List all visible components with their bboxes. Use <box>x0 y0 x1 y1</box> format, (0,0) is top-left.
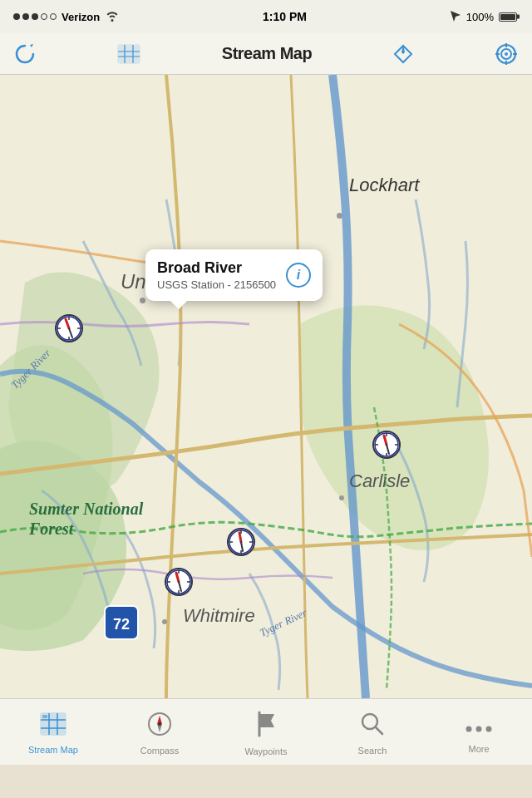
search-tab-icon <box>360 712 385 742</box>
status-left: Verizon <box>13 10 120 24</box>
status-right: 100% <box>450 10 519 24</box>
map-tab-icon <box>40 712 66 741</box>
highway-72-shield: 72 <box>104 605 139 640</box>
whitmire-dot <box>162 619 167 624</box>
target-button[interactable] <box>494 42 519 66</box>
tab-search-label: Search <box>358 746 387 756</box>
carlisle-dot <box>339 495 344 500</box>
tab-waypoints-label: Waypoints <box>245 746 288 756</box>
lockhart-dot <box>337 213 342 219</box>
location-arrow-icon <box>450 10 461 24</box>
layers-button[interactable] <box>116 43 141 65</box>
svg-point-51 <box>476 726 482 732</box>
tab-search[interactable]: Search <box>319 699 426 765</box>
status-bar: Verizon 1:10 PM 100% <box>0 0 532 33</box>
signal-dots <box>13 13 57 20</box>
svg-point-46 <box>158 722 161 726</box>
tab-compass-label: Compass <box>140 746 179 756</box>
carrier-name: Verizon <box>62 11 100 23</box>
nav-bar: Stream Map <box>0 33 532 75</box>
tab-bar: Stream Map Compass Waypoints <box>0 698 532 765</box>
battery-icon <box>499 12 517 22</box>
svg-text:72: 72 <box>113 616 130 633</box>
svg-point-3 <box>505 52 508 56</box>
svg-rect-0 <box>118 45 140 63</box>
svg-point-52 <box>486 726 492 732</box>
flag-tab-icon <box>254 711 278 743</box>
popup-subtitle: USGS Station - 2156500 <box>157 278 276 291</box>
station-marker-4[interactable] <box>164 567 194 597</box>
wifi-icon <box>105 10 120 24</box>
union-dot <box>140 298 145 303</box>
popup-info-button[interactable]: i <box>286 263 311 288</box>
page-title: Stream Map <box>222 44 312 63</box>
tab-stream-map[interactable]: Stream Map <box>0 699 106 765</box>
refresh-button[interactable] <box>13 42 37 66</box>
compass-tab-icon <box>147 712 172 742</box>
station-marker-2[interactable] <box>372 430 401 460</box>
station-marker-3[interactable] <box>226 527 256 557</box>
more-tab-icon <box>466 714 492 741</box>
svg-rect-44 <box>42 715 47 718</box>
svg-line-49 <box>376 727 382 734</box>
tab-more-label: More <box>468 744 489 754</box>
battery-percent: 100% <box>466 11 494 23</box>
tab-more[interactable]: More <box>426 699 532 765</box>
popup-title: Broad River <box>157 259 276 277</box>
svg-point-50 <box>466 726 472 732</box>
broad-river-popup[interactable]: Broad River USGS Station - 2156500 i <box>145 249 323 301</box>
tab-stream-map-label: Stream Map <box>28 745 78 755</box>
status-time: 1:10 PM <box>263 10 307 23</box>
popup-text: Broad River USGS Station - 2156500 <box>157 259 276 291</box>
tab-waypoints[interactable]: Waypoints <box>213 699 319 765</box>
map-area[interactable]: Lockhart Union Carlisle Whitmire Sumter … <box>0 75 532 698</box>
location-button[interactable] <box>392 43 414 65</box>
station-marker-1[interactable] <box>54 313 84 343</box>
svg-line-33 <box>239 533 241 542</box>
tab-compass[interactable]: Compass <box>106 699 213 765</box>
